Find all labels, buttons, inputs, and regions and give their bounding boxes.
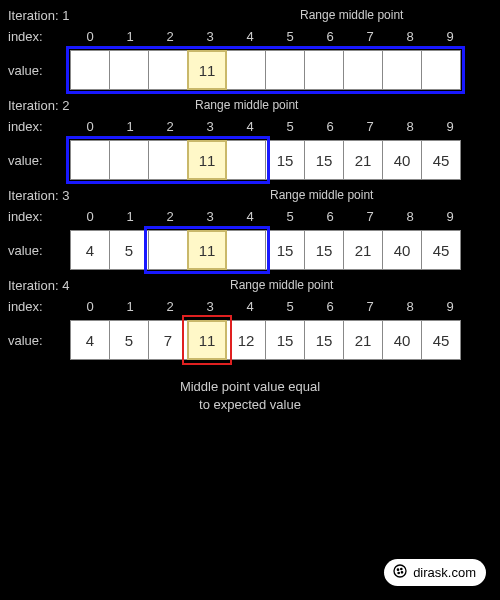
svg-point-3 (401, 572, 402, 573)
value-cell: 4 (70, 320, 110, 360)
index-label: 2 (150, 299, 190, 314)
index-label: 9 (430, 299, 470, 314)
value-row-label: value: (0, 243, 70, 258)
footer-line-2: to expected value (199, 397, 301, 412)
range-middle-label: Range middle point (300, 8, 403, 22)
index-label: 5 (270, 209, 310, 224)
range-middle-label: Range middle point (270, 188, 373, 202)
footer-note: Middle point value equal to expected val… (0, 378, 500, 414)
value-cell: 7 (148, 140, 188, 180)
range-middle-label: Range middle point (195, 98, 298, 112)
value-cell: 21 (343, 230, 383, 270)
index-label: 5 (270, 119, 310, 134)
iteration-label: Iteration: 3 (8, 188, 500, 203)
value-cell: 15 (265, 50, 305, 90)
value-cells: 45711121515214045 (70, 230, 461, 270)
index-row: index:0123456789 (0, 209, 500, 224)
value-cell: 45 (421, 140, 461, 180)
index-label: 9 (430, 29, 470, 44)
value-cell: 5 (109, 320, 149, 360)
value-cells: 45711121515214045 (70, 50, 461, 90)
value-cell: 15 (304, 140, 344, 180)
iteration-block: Range middle pointIteration: 2index:0123… (0, 90, 500, 180)
index-row-label: index: (0, 299, 70, 314)
index-label: 1 (110, 209, 150, 224)
cookie-icon (392, 563, 408, 582)
range-middle-label: Range middle point (230, 278, 333, 292)
value-cell: 4 (70, 230, 110, 270)
value-cell: 4 (70, 50, 110, 90)
index-label: 8 (390, 29, 430, 44)
value-cell: 15 (265, 230, 305, 270)
svg-point-4 (398, 572, 399, 573)
index-label: 4 (230, 299, 270, 314)
iteration-block: Range middle pointIteration: 1index:0123… (0, 0, 500, 90)
index-label: 8 (390, 119, 430, 134)
svg-point-1 (397, 569, 398, 570)
index-label: 7 (350, 299, 390, 314)
mid-cell: 11 (187, 230, 227, 270)
index-label: 4 (230, 119, 270, 134)
index-row-label: index: (0, 119, 70, 134)
index-label: 3 (190, 29, 230, 44)
value-row-label: value: (0, 63, 70, 78)
index-label: 0 (70, 209, 110, 224)
index-label: 8 (390, 299, 430, 314)
value-cell: 5 (109, 140, 149, 180)
value-cell: 40 (382, 50, 422, 90)
value-row: value:45711121515214045 (0, 50, 500, 90)
value-row: value:45711121515214045 (0, 320, 500, 360)
value-cell: 15 (304, 230, 344, 270)
value-row: value:45711121515214045 (0, 230, 500, 270)
index-label: 0 (70, 29, 110, 44)
brand-badge: dirask.com (384, 559, 486, 586)
footer-line-1: Middle point value equal (180, 379, 320, 394)
value-cell: 12 (226, 140, 266, 180)
brand-text: dirask.com (413, 565, 476, 580)
index-label: 5 (270, 29, 310, 44)
index-label: 8 (390, 209, 430, 224)
value-cell: 4 (70, 140, 110, 180)
index-label: 5 (270, 299, 310, 314)
value-cell: 45 (421, 320, 461, 360)
index-label: 2 (150, 29, 190, 44)
value-row: value:45711121515214045 (0, 140, 500, 180)
value-cell: 15 (265, 140, 305, 180)
value-cell: 45 (421, 230, 461, 270)
index-label: 7 (350, 209, 390, 224)
index-label: 6 (310, 119, 350, 134)
value-cells: 45711121515214045 (70, 140, 461, 180)
index-label: 1 (110, 299, 150, 314)
index-label: 9 (430, 119, 470, 134)
index-row-label: index: (0, 29, 70, 44)
value-cell: 40 (382, 320, 422, 360)
value-cell: 21 (343, 50, 383, 90)
value-cell: 15 (265, 320, 305, 360)
index-label: 0 (70, 119, 110, 134)
value-cell: 7 (148, 50, 188, 90)
svg-point-0 (394, 565, 406, 577)
value-cell: 5 (109, 230, 149, 270)
index-label: 1 (110, 119, 150, 134)
svg-point-2 (401, 568, 402, 569)
value-cell: 40 (382, 140, 422, 180)
value-cell: 21 (343, 140, 383, 180)
value-cell: 40 (382, 230, 422, 270)
value-cell: 15 (304, 50, 344, 90)
value-cell: 12 (226, 320, 266, 360)
index-label: 0 (70, 299, 110, 314)
iteration-label: Iteration: 1 (8, 8, 500, 23)
index-row-label: index: (0, 209, 70, 224)
index-label: 7 (350, 119, 390, 134)
value-cell: 15 (304, 320, 344, 360)
index-label: 3 (190, 119, 230, 134)
index-label: 4 (230, 209, 270, 224)
index-label: 4 (230, 29, 270, 44)
mid-cell: 11 (187, 140, 227, 180)
index-label: 6 (310, 29, 350, 44)
value-row-label: value: (0, 333, 70, 348)
value-cell: 7 (148, 230, 188, 270)
value-row-label: value: (0, 153, 70, 168)
index-label: 3 (190, 209, 230, 224)
value-cell: 12 (226, 230, 266, 270)
